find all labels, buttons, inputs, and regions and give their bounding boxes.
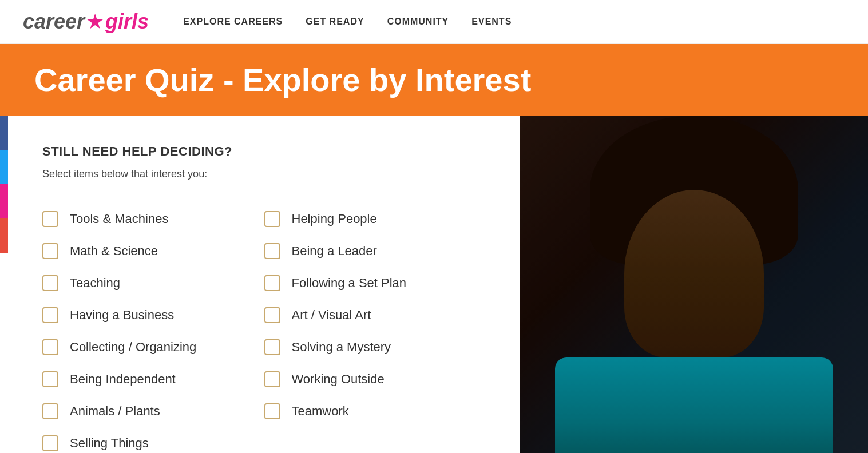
- checkbox-box-leader[interactable]: [264, 243, 280, 259]
- site-logo[interactable]: career ★ girls: [23, 10, 149, 34]
- checkbox-label-plan: Following a Set Plan: [292, 276, 407, 291]
- checkbox-box-business[interactable]: [42, 307, 58, 323]
- sidebar-block-blue: [0, 116, 8, 150]
- checkbox-selling-things[interactable]: Selling Things: [42, 427, 264, 453]
- checkbox-animals-plants[interactable]: Animals / Plants: [42, 395, 264, 427]
- checkbox-col-right: Helping People Being a Leader Following …: [264, 203, 486, 453]
- main-nav: EXPLORE CAREERS GET READY COMMUNITY EVEN…: [183, 17, 512, 27]
- checkbox-box-teamwork[interactable]: [264, 403, 280, 419]
- checkbox-box-art[interactable]: [264, 307, 280, 323]
- main-content: STILL NEED HELP DECIDING? Select items b…: [8, 116, 868, 453]
- logo-career-text: career: [23, 10, 85, 34]
- checkbox-box-helping[interactable]: [264, 211, 280, 227]
- checkbox-label-selling: Selling Things: [70, 436, 149, 451]
- logo-girls-text: girls: [105, 10, 149, 34]
- checkbox-box-outside[interactable]: [264, 371, 280, 387]
- quiz-panel: STILL NEED HELP DECIDING? Select items b…: [8, 116, 520, 453]
- page-body: STILL NEED HELP DECIDING? Select items b…: [0, 116, 868, 453]
- checkbox-having-business[interactable]: Having a Business: [42, 299, 264, 331]
- checkbox-being-independent[interactable]: Being Independent: [42, 363, 264, 395]
- checkbox-label-art: Art / Visual Art: [292, 308, 371, 323]
- checkbox-box-animals[interactable]: [42, 403, 58, 419]
- checkbox-math-science[interactable]: Math & Science: [42, 235, 264, 267]
- quiz-banner: Career Quiz - Explore by Interest: [0, 44, 868, 116]
- checkbox-box-plan[interactable]: [264, 275, 280, 291]
- banner-title: Career Quiz - Explore by Interest: [34, 61, 531, 98]
- logo-star-icon: ★: [86, 10, 104, 34]
- checkbox-label-animals: Animals / Plants: [70, 404, 160, 419]
- checkbox-box-math[interactable]: [42, 243, 58, 259]
- checkbox-label-math: Math & Science: [70, 244, 158, 259]
- checkbox-being-leader[interactable]: Being a Leader: [264, 235, 486, 267]
- quiz-heading: STILL NEED HELP DECIDING?: [42, 144, 486, 159]
- checkbox-tools-machines[interactable]: Tools & Machines: [42, 203, 264, 235]
- checkbox-label-collecting: Collecting / Organizing: [70, 340, 196, 355]
- checkbox-label-outside: Working Outside: [292, 372, 385, 387]
- checkbox-grid: Tools & Machines Math & Science Teaching…: [42, 203, 486, 453]
- quiz-subtitle: Select items below that interest you:: [42, 168, 486, 180]
- sidebar-block-red: [0, 218, 8, 253]
- sidebar-block-lightblue: [0, 150, 8, 184]
- checkbox-teamwork[interactable]: Teamwork: [264, 395, 486, 427]
- checkbox-box-selling[interactable]: [42, 435, 58, 451]
- checkbox-following-plan[interactable]: Following a Set Plan: [264, 267, 486, 299]
- checkbox-label-teaching: Teaching: [70, 276, 120, 291]
- checkbox-label-tools: Tools & Machines: [70, 212, 168, 227]
- photo-overlay: [520, 116, 868, 453]
- site-header: career ★ girls EXPLORE CAREERS GET READY…: [0, 0, 868, 44]
- checkbox-label-business: Having a Business: [70, 308, 174, 323]
- sidebar-block-pink: [0, 184, 8, 218]
- checkbox-label-leader: Being a Leader: [292, 244, 377, 259]
- checkbox-collecting[interactable]: Collecting / Organizing: [42, 331, 264, 363]
- nav-explore-careers[interactable]: EXPLORE CAREERS: [183, 17, 283, 27]
- checkbox-col-left: Tools & Machines Math & Science Teaching…: [42, 203, 264, 453]
- checkbox-box-independent[interactable]: [42, 371, 58, 387]
- checkbox-box-tools[interactable]: [42, 211, 58, 227]
- checkbox-art-visual[interactable]: Art / Visual Art: [264, 299, 486, 331]
- checkbox-solving-mystery[interactable]: Solving a Mystery: [264, 331, 486, 363]
- hero-image-bg: [520, 116, 868, 453]
- nav-community[interactable]: COMMUNITY: [387, 17, 449, 27]
- sidebar-colors: [0, 116, 8, 453]
- checkbox-working-outside[interactable]: Working Outside: [264, 363, 486, 395]
- checkbox-label-independent: Being Independent: [70, 372, 176, 387]
- nav-get-ready[interactable]: GET READY: [306, 17, 364, 27]
- checkbox-box-mystery[interactable]: [264, 339, 280, 355]
- checkbox-teaching[interactable]: Teaching: [42, 267, 264, 299]
- checkbox-label-mystery: Solving a Mystery: [292, 340, 391, 355]
- checkbox-label-teamwork: Teamwork: [292, 404, 349, 419]
- hero-image-panel: [520, 116, 868, 453]
- checkbox-box-teaching[interactable]: [42, 275, 58, 291]
- checkbox-box-collecting[interactable]: [42, 339, 58, 355]
- checkbox-helping-people[interactable]: Helping People: [264, 203, 486, 235]
- nav-events[interactable]: EVENTS: [471, 17, 512, 27]
- checkbox-label-helping: Helping People: [292, 212, 377, 227]
